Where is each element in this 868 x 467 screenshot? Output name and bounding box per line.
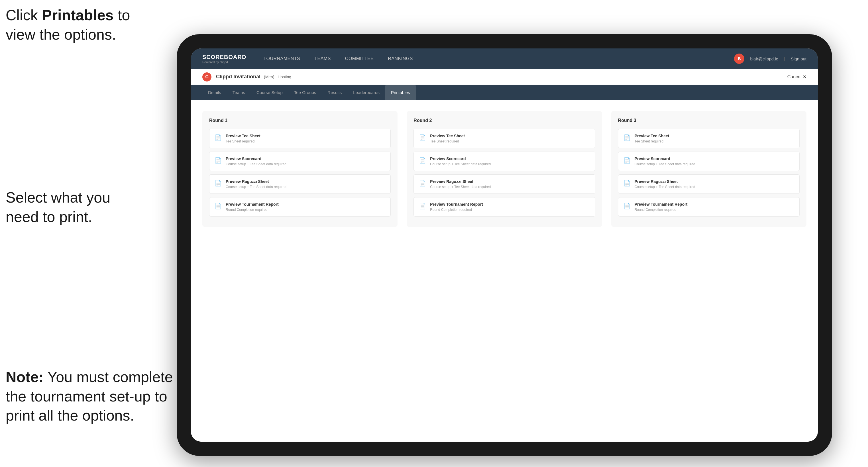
tab-navigation: Details Teams Course Setup Tee Groups Re… — [191, 85, 818, 100]
raguzzi-subtitle-r3: Course setup + Tee Sheet data required — [634, 185, 695, 189]
round2-tee-sheet[interactable]: 📄 Preview Tee Sheet Tee Sheet required — [413, 129, 595, 148]
tee-sheet-title: Preview Tee Sheet — [226, 134, 260, 138]
tee-sheet-title-r2: Preview Tee Sheet — [430, 134, 465, 138]
scorecard-content-r3: Preview Scorecard Course setup + Tee She… — [634, 156, 695, 166]
report-content-r2: Preview Tournament Report Round Completi… — [430, 202, 483, 212]
raguzzi-content-r3: Preview Raguzzi Sheet Course setup + Tee… — [634, 179, 695, 189]
nav-committee[interactable]: COMMITTEE — [345, 55, 374, 62]
raguzzi-subtitle: Course setup + Tee Sheet data required — [226, 185, 286, 189]
round3-raguzzi[interactable]: 📄 Preview Raguzzi Sheet Course setup + T… — [618, 175, 800, 194]
header-right: B blair@clippd.io | Sign out — [734, 54, 806, 64]
content-area: Round 1 📄 Preview Tee Sheet Tee Sheet re… — [191, 100, 818, 442]
report-subtitle-r2: Round Completion required — [430, 208, 483, 212]
instruction-top: Click Printables to view the options. — [6, 6, 160, 44]
tournament-logo: C — [202, 72, 212, 82]
tournament-logo-letter: C — [205, 74, 209, 80]
tab-results[interactable]: Results — [322, 85, 347, 100]
tee-sheet-content-r3: Preview Tee Sheet Tee Sheet required — [634, 134, 670, 143]
report-subtitle: Round Completion required — [226, 208, 279, 212]
app-header: SCOREBOARD Powered by clippd TOURNAMENTS… — [191, 49, 818, 69]
tab-teams[interactable]: Teams — [227, 85, 251, 100]
brand-title: SCOREBOARD — [202, 54, 246, 60]
tab-printables[interactable]: Printables — [385, 85, 416, 100]
tournament-header: C Clippd Invitational (Men) Hosting Canc… — [191, 69, 818, 85]
report-subtitle-r3: Round Completion required — [634, 208, 688, 212]
sign-out-link[interactable]: Sign out — [791, 56, 806, 61]
round-1-column: Round 1 📄 Preview Tee Sheet Tee Sheet re… — [202, 111, 398, 227]
raguzzi-content-r2: Preview Raguzzi Sheet Course setup + Tee… — [430, 179, 491, 189]
round3-tee-sheet[interactable]: 📄 Preview Tee Sheet Tee Sheet required — [618, 129, 800, 148]
nav-tournaments[interactable]: TOURNAMENTS — [263, 55, 300, 62]
main-nav: TOURNAMENTS TEAMS COMMITTEE RANKINGS — [263, 55, 734, 62]
scorecard-subtitle: Course setup + Tee Sheet data required — [226, 162, 286, 166]
scorecard-content: Preview Scorecard Course setup + Tee She… — [226, 156, 286, 166]
tee-sheet-icon-r3: 📄 — [623, 134, 631, 141]
round-3-title: Round 3 — [618, 118, 800, 123]
round3-scorecard[interactable]: 📄 Preview Scorecard Course setup + Tee S… — [618, 152, 800, 171]
raguzzi-icon: 📄 — [215, 180, 222, 187]
user-email: blair@clippd.io — [750, 56, 778, 61]
tee-sheet-icon-r2: 📄 — [419, 134, 426, 141]
printables-bold: Printables — [42, 7, 114, 23]
report-icon: 📄 — [215, 203, 222, 210]
tee-sheet-subtitle-r3: Tee Sheet required — [634, 139, 670, 143]
round2-tournament-report[interactable]: 📄 Preview Tournament Report Round Comple… — [413, 197, 595, 217]
round-2-title: Round 2 — [413, 118, 595, 123]
scorecard-content-r2: Preview Scorecard Course setup + Tee She… — [430, 156, 491, 166]
scorecard-icon-r2: 📄 — [419, 157, 426, 164]
tee-sheet-content-r2: Preview Tee Sheet Tee Sheet required — [430, 134, 465, 143]
raguzzi-title: Preview Raguzzi Sheet — [226, 179, 286, 184]
raguzzi-subtitle-r2: Course setup + Tee Sheet data required — [430, 185, 491, 189]
round1-tournament-report[interactable]: 📄 Preview Tournament Report Round Comple… — [209, 197, 391, 217]
tab-tee-groups[interactable]: Tee Groups — [288, 85, 322, 100]
round1-raguzzi[interactable]: 📄 Preview Raguzzi Sheet Course setup + T… — [209, 175, 391, 194]
tee-sheet-icon: 📄 — [215, 134, 222, 141]
nav-rankings[interactable]: RANKINGS — [388, 55, 413, 62]
scorecard-icon: 📄 — [215, 157, 222, 164]
round-1-title: Round 1 — [209, 118, 391, 123]
nav-teams[interactable]: TEAMS — [314, 55, 331, 62]
raguzzi-icon-r3: 📄 — [623, 180, 631, 187]
round2-raguzzi[interactable]: 📄 Preview Raguzzi Sheet Course setup + T… — [413, 175, 595, 194]
report-icon-r3: 📄 — [623, 203, 631, 210]
report-icon-r2: 📄 — [419, 203, 426, 210]
tournament-name: Clippd Invitational — [216, 74, 260, 80]
report-content: Preview Tournament Report Round Completi… — [226, 202, 279, 212]
raguzzi-title-r2: Preview Raguzzi Sheet — [430, 179, 491, 184]
scorecard-subtitle-r2: Course setup + Tee Sheet data required — [430, 162, 491, 166]
scorecard-title-r3: Preview Scorecard — [634, 156, 695, 161]
note-bold: Note: — [6, 369, 43, 385]
instruction-bottom: Note: You must complete the tournament s… — [6, 368, 177, 426]
tee-sheet-subtitle-r2: Tee Sheet required — [430, 139, 465, 143]
user-avatar: B — [734, 54, 744, 64]
tee-sheet-content: Preview Tee Sheet Tee Sheet required — [226, 134, 260, 143]
tab-course-setup[interactable]: Course Setup — [251, 85, 288, 100]
scoreboard-brand: SCOREBOARD Powered by clippd — [202, 54, 246, 64]
scorecard-title-r2: Preview Scorecard — [430, 156, 491, 161]
instruction-middle: Select what youneed to print. — [6, 188, 160, 226]
tablet-device: SCOREBOARD Powered by clippd TOURNAMENTS… — [177, 34, 832, 456]
round-2-column: Round 2 📄 Preview Tee Sheet Tee Sheet re… — [407, 111, 602, 227]
report-title-r3: Preview Tournament Report — [634, 202, 688, 207]
tournament-status: Hosting — [278, 75, 291, 79]
round1-scorecard[interactable]: 📄 Preview Scorecard Course setup + Tee S… — [209, 152, 391, 171]
tee-sheet-subtitle: Tee Sheet required — [226, 139, 260, 143]
round1-tee-sheet[interactable]: 📄 Preview Tee Sheet Tee Sheet required — [209, 129, 391, 148]
tab-leaderboards[interactable]: Leaderboards — [347, 85, 385, 100]
cancel-button[interactable]: Cancel ✕ — [787, 74, 806, 80]
raguzzi-title-r3: Preview Raguzzi Sheet — [634, 179, 695, 184]
round-3-column: Round 3 📄 Preview Tee Sheet Tee Sheet re… — [611, 111, 806, 227]
scorecard-subtitle-r3: Course setup + Tee Sheet data required — [634, 162, 695, 166]
scorecard-icon-r3: 📄 — [623, 157, 631, 164]
rounds-container: Round 1 📄 Preview Tee Sheet Tee Sheet re… — [202, 111, 806, 227]
tournament-type: (Men) — [264, 75, 274, 79]
brand-subtitle: Powered by clippd — [202, 60, 246, 64]
report-title-r2: Preview Tournament Report — [430, 202, 483, 207]
round2-scorecard[interactable]: 📄 Preview Scorecard Course setup + Tee S… — [413, 152, 595, 171]
scorecard-title: Preview Scorecard — [226, 156, 286, 161]
tablet-screen: SCOREBOARD Powered by clippd TOURNAMENTS… — [191, 49, 818, 442]
header-divider: | — [784, 56, 785, 61]
raguzzi-content: Preview Raguzzi Sheet Course setup + Tee… — [226, 179, 286, 189]
tab-details[interactable]: Details — [202, 85, 227, 100]
round3-tournament-report[interactable]: 📄 Preview Tournament Report Round Comple… — [618, 197, 800, 217]
